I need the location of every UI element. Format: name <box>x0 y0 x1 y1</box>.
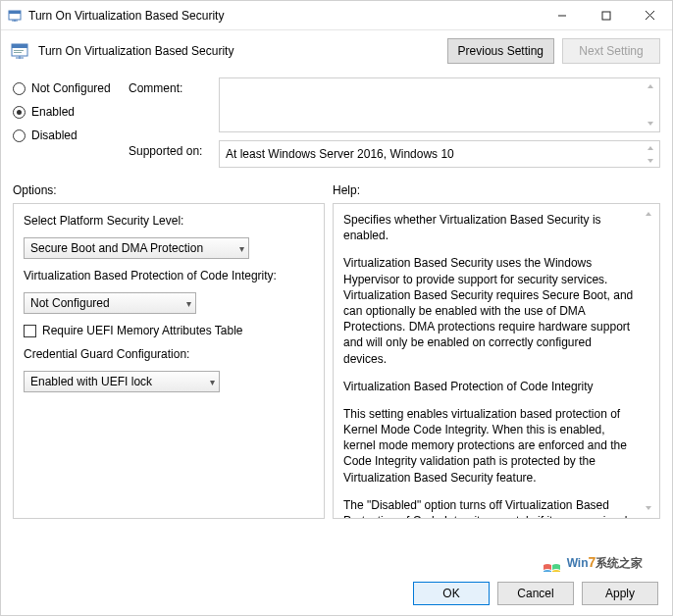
help-text: Specifies whether Virtualization Based S… <box>343 212 638 243</box>
app-icon <box>7 8 23 24</box>
radio-label: Disabled <box>31 128 78 142</box>
panels-row: Select Platform Security Level: Secure B… <box>1 203 672 519</box>
scroll-up-icon[interactable] <box>642 141 659 154</box>
options-panel: Select Platform Security Level: Secure B… <box>13 203 325 519</box>
section-labels: Options: Help: <box>1 174 672 203</box>
window-controls <box>540 1 672 29</box>
radio-disabled[interactable]: Disabled <box>13 128 121 142</box>
help-panel: Specifies whether Virtualization Based S… <box>333 203 660 519</box>
radio-label: Enabled <box>31 105 75 119</box>
help-text: The "Disabled" option turns off Virtuali… <box>343 497 638 519</box>
field-column: Comment: Supported on: At least Windows … <box>129 77 660 168</box>
ok-button[interactable]: OK <box>413 582 490 605</box>
scrollbar[interactable] <box>642 78 659 131</box>
close-button[interactable] <box>628 1 672 29</box>
scroll-down-icon[interactable] <box>640 500 657 516</box>
radio-label: Not Configured <box>31 81 111 95</box>
maximize-button[interactable] <box>584 1 628 29</box>
chevron-down-icon: ▾ <box>239 243 244 254</box>
policy-title: Turn On Virtualization Based Security <box>38 44 440 58</box>
config-area: Not Configured Enabled Disabled Comment: <box>1 72 672 174</box>
supported-value: At least Windows Server 2016, Windows 10 <box>226 147 454 161</box>
uefi-checkbox-row[interactable]: Require UEFI Memory Attributes Table <box>24 324 314 337</box>
help-text: This setting enables virtualization base… <box>343 406 638 486</box>
help-text: Virtualization Based Security uses the W… <box>343 255 638 366</box>
comment-textarea[interactable] <box>219 77 660 132</box>
scroll-up-icon[interactable] <box>642 78 659 94</box>
checkbox-icon <box>24 325 36 337</box>
supported-textarea: At least Windows Server 2016, Windows 10 <box>219 140 660 168</box>
scrollbar[interactable] <box>640 206 657 516</box>
radio-not-configured[interactable]: Not Configured <box>13 81 121 95</box>
comment-label: Comment: <box>129 77 211 95</box>
comment-row: Comment: <box>129 77 660 132</box>
help-heading: Help: <box>333 183 360 197</box>
svg-rect-4 <box>12 44 27 48</box>
radio-enabled[interactable]: Enabled <box>13 105 121 119</box>
svg-rect-1 <box>9 11 21 14</box>
minimize-button[interactable] <box>540 1 584 29</box>
dialog-footer: OK Cancel Apply <box>1 572 672 615</box>
policy-icon <box>9 40 30 62</box>
chevron-down-icon: ▾ <box>186 298 191 309</box>
vbci-label: Virtualization Based Protection of Code … <box>24 269 314 282</box>
supported-label: Supported on: <box>129 140 211 158</box>
radio-icon <box>13 129 26 142</box>
scroll-up-icon[interactable] <box>640 206 657 222</box>
select-value: Enabled with UEFI lock <box>30 375 152 388</box>
platform-security-label: Select Platform Security Level: <box>24 214 314 228</box>
select-value: Secure Boot and DMA Protection <box>30 241 203 255</box>
checkbox-label: Require UEFI Memory Attributes Table <box>42 324 243 337</box>
radio-icon <box>13 82 26 95</box>
vbci-select[interactable]: Not Configured ▾ <box>24 292 196 314</box>
previous-setting-button[interactable]: Previous Setting <box>447 38 554 64</box>
title-bar: Turn On Virtualization Based Security <box>1 1 672 30</box>
supported-row: Supported on: At least Windows Server 20… <box>129 140 660 168</box>
credential-guard-label: Credential Guard Configuration: <box>24 347 314 361</box>
svg-rect-5 <box>14 50 24 51</box>
credential-guard-select[interactable]: Enabled with UEFI lock ▾ <box>24 371 220 392</box>
help-text: Virtualization Based Protection of Code … <box>343 379 638 394</box>
svg-rect-6 <box>14 52 22 53</box>
state-radio-group: Not Configured Enabled Disabled <box>13 77 121 168</box>
apply-button[interactable]: Apply <box>582 582 658 605</box>
scroll-down-icon[interactable] <box>642 116 659 131</box>
chevron-down-icon: ▾ <box>210 377 215 387</box>
svg-rect-2 <box>602 12 610 20</box>
platform-security-select[interactable]: Secure Boot and DMA Protection ▾ <box>24 237 249 259</box>
scrollbar[interactable] <box>642 141 659 167</box>
select-value: Not Configured <box>30 296 110 310</box>
window-title: Turn On Virtualization Based Security <box>28 9 540 23</box>
radio-icon <box>13 106 26 119</box>
next-setting-button[interactable]: Next Setting <box>562 38 660 64</box>
options-heading: Options: <box>13 183 325 197</box>
scroll-down-icon[interactable] <box>642 154 659 167</box>
header-row: Turn On Virtualization Based Security Pr… <box>1 30 672 72</box>
cancel-button[interactable]: Cancel <box>497 582 574 605</box>
